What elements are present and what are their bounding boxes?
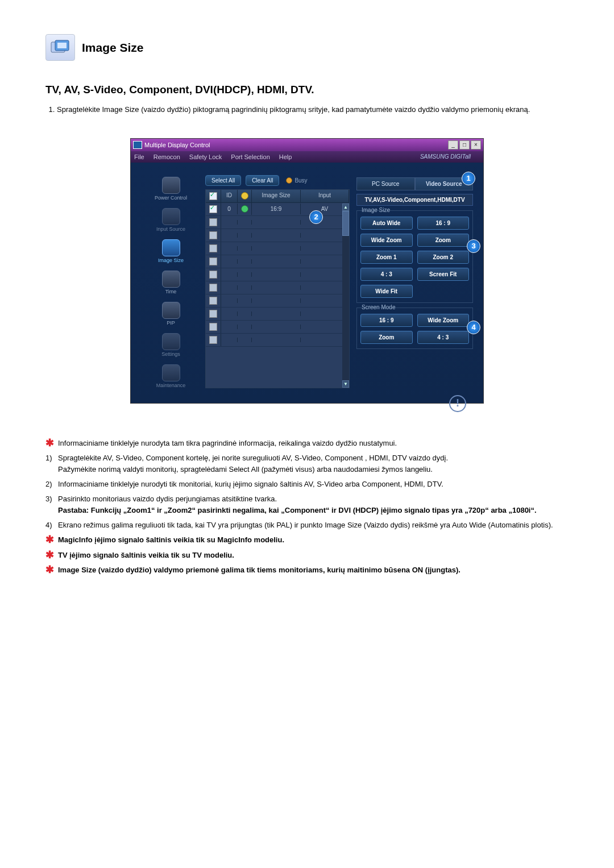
menu-port-selection[interactable]: Port Selection xyxy=(231,153,269,160)
clear-all-button[interactable]: Clear All xyxy=(246,175,279,186)
svg-rect-2 xyxy=(57,43,67,48)
row-check[interactable] xyxy=(209,310,217,318)
screen-mode-group: Screen Mode 16 : 9 Wide Zoom Zoom 4 : 3 … xyxy=(356,308,473,349)
btn-zoom2[interactable]: Zoom 2 xyxy=(417,251,470,264)
source-label: TV,AV,S-Video,Component,HDMI,DTV xyxy=(356,194,473,206)
btn-screen-fit[interactable]: Screen Fit xyxy=(417,268,470,281)
btn-4-3[interactable]: 4 : 3 xyxy=(360,268,413,281)
info-4-num: 4) xyxy=(45,520,58,531)
menu-bar: File Remocon Safety Lock Port Selection … xyxy=(131,151,483,163)
callout-1: 1 xyxy=(462,172,475,185)
sidebar-settings[interactable]: Settings xyxy=(155,331,188,357)
menu-file[interactable]: File xyxy=(134,153,144,160)
title-bar: Multiple Display Control _ □ × xyxy=(131,139,483,151)
row-check[interactable] xyxy=(209,271,217,279)
col-status xyxy=(238,190,252,202)
btn-sm-4-3[interactable]: 4 : 3 xyxy=(417,331,470,344)
grid-scrollbar[interactable]: ▲ ▼ xyxy=(342,203,349,388)
row-check[interactable] xyxy=(209,218,217,226)
info-4: Ekrano režimus galima reguliuoti tik tad… xyxy=(58,520,569,531)
select-all-button[interactable]: Select All xyxy=(205,175,241,186)
star-icon: ✱ xyxy=(45,534,58,545)
info-2: Informaciniame tinklelyje nurodyti tik m… xyxy=(58,479,569,490)
row0-size: 16:9 xyxy=(252,203,301,214)
close-button[interactable]: × xyxy=(471,140,481,149)
sidebar: Power Control Input Source Image Size Ti… xyxy=(141,175,201,388)
btn-auto-wide[interactable]: Auto Wide xyxy=(360,217,413,230)
row0-check[interactable] xyxy=(209,205,217,213)
info-s2: TV įėjimo signalo šaltinis veikia tik su… xyxy=(58,550,569,561)
scroll-down[interactable]: ▼ xyxy=(342,380,349,388)
info-s3: Image Size (vaizdo dydžio) valdymo priem… xyxy=(58,564,569,576)
info-1-num: 1) xyxy=(45,452,58,464)
info-s1: MagicInfo įėjimo signalo šaltinis veikia… xyxy=(58,534,569,546)
alert-icon: ! xyxy=(449,395,466,412)
sidebar-time[interactable]: Time xyxy=(155,269,188,294)
callout-2: 2 xyxy=(309,210,323,224)
btn-sm-wide-zoom[interactable]: Wide Zoom xyxy=(417,314,470,327)
group-legend-image-size: Image Size xyxy=(360,207,391,213)
btn-wide-zoom[interactable]: Wide Zoom xyxy=(360,234,413,247)
callout-4: 4 xyxy=(467,321,480,334)
scroll-thumb[interactable] xyxy=(342,211,349,236)
info-3-num: 3) xyxy=(45,493,58,505)
btn-zoom1[interactable]: Zoom 1 xyxy=(360,251,413,264)
btn-sm-16-9[interactable]: 16 : 9 xyxy=(360,314,413,327)
maximize-button[interactable]: □ xyxy=(459,140,470,149)
callout-3: 3 xyxy=(467,239,480,253)
sidebar-input-source[interactable]: Input Source xyxy=(155,206,188,232)
sidebar-power-control[interactable]: Power Control xyxy=(155,175,188,201)
col-input: Input xyxy=(301,190,349,202)
sidebar-maintenance[interactable]: Maintenance xyxy=(155,363,188,388)
btn-sm-zoom[interactable]: Zoom xyxy=(360,331,413,344)
star-icon: ✱ xyxy=(45,564,58,575)
row0-id: 0 xyxy=(221,203,238,214)
row-check[interactable] xyxy=(209,244,217,252)
busy-indicator: Busy xyxy=(286,177,307,184)
row-check[interactable] xyxy=(209,231,217,239)
col-id: ID xyxy=(221,190,238,202)
star-icon: ✱ xyxy=(45,550,58,560)
btn-wide-fit[interactable]: Wide Fit xyxy=(360,285,413,298)
info-1: Spragtelėkite AV, S-Video, Component kor… xyxy=(58,452,569,475)
image-size-group: Image Size Auto Wide 16 : 9 Wide Zoom Zo… xyxy=(356,210,473,303)
row-check[interactable] xyxy=(209,284,217,292)
info-2-num: 2) xyxy=(45,479,58,490)
minimize-button[interactable]: _ xyxy=(448,140,458,149)
info-block: ✱Informaciniame tinklelyje nurodyta tam … xyxy=(45,438,569,576)
display-grid: ID Image Size Input 0 16:9 AV xyxy=(205,189,350,388)
menu-help[interactable]: Help xyxy=(279,153,292,160)
grid-row-0[interactable]: 0 16:9 AV xyxy=(206,203,349,216)
star-icon: ✱ xyxy=(45,438,58,448)
image-size-header-icon xyxy=(45,34,75,61)
brand-label: SAMSUNG DIGITall xyxy=(301,153,471,160)
scroll-up[interactable]: ▲ xyxy=(342,203,349,211)
row0-led xyxy=(241,205,248,213)
app-window: Multiple Display Control _ □ × File Remo… xyxy=(130,138,484,404)
window-title: Multiple Display Control xyxy=(144,142,210,148)
sidebar-image-size[interactable]: Image Size xyxy=(155,238,188,263)
group-legend-screen-mode: Screen Mode xyxy=(360,304,396,310)
info-3: Pasirinkto monitoriaus vaizdo dydis perj… xyxy=(58,493,569,516)
page-title: Image Size xyxy=(82,41,144,55)
col-check[interactable] xyxy=(206,190,221,202)
btn-zoom[interactable]: Zoom xyxy=(417,234,470,247)
app-icon xyxy=(133,141,142,149)
row-check[interactable] xyxy=(209,258,217,265)
tab-pc-source[interactable]: PC Source xyxy=(356,177,415,190)
btn-16-9[interactable]: 16 : 9 xyxy=(417,217,470,230)
subtitle: TV, AV, S-Video, Component, DVI(HDCP), H… xyxy=(45,84,569,96)
info-star-intro: Informaciniame tinklelyje nurodyta tam t… xyxy=(58,438,569,449)
sidebar-pip[interactable]: PIP xyxy=(155,300,188,326)
intro-text: Spragtelėkite Image Size (vaizdo dydžio)… xyxy=(57,104,569,115)
row-check[interactable] xyxy=(209,323,217,331)
col-image-size: Image Size xyxy=(252,190,301,202)
row-check[interactable] xyxy=(209,336,217,344)
menu-remocon[interactable]: Remocon xyxy=(154,153,180,160)
row-check[interactable] xyxy=(209,297,217,305)
menu-safety-lock[interactable]: Safety Lock xyxy=(189,153,222,160)
